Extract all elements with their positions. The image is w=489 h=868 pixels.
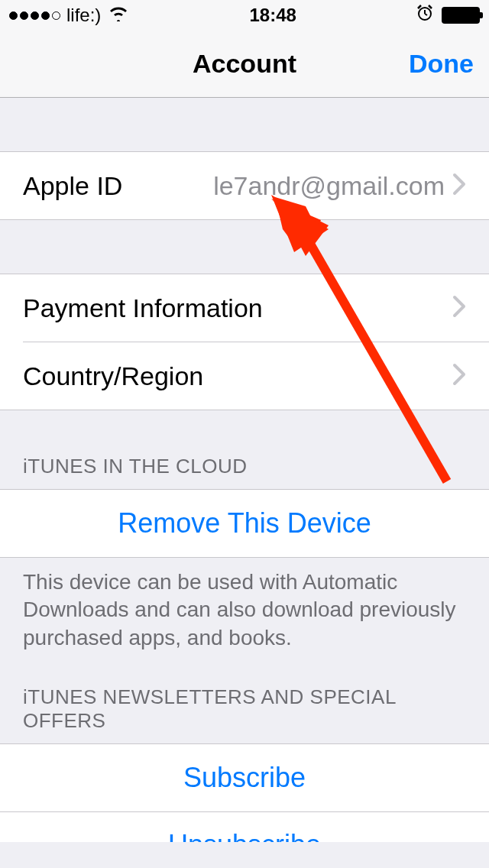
apple-id-row[interactable]: Apple ID le7andr@gmail.com (0, 152, 489, 219)
svg-line-3 (418, 5, 421, 8)
chevron-right-icon (452, 292, 466, 325)
unsubscribe-button[interactable]: Unsubscribe (0, 811, 489, 842)
itunes-cloud-footer: This device can be used with Automatic D… (0, 558, 489, 662)
status-left: life:) (9, 5, 130, 26)
battery-icon (442, 7, 480, 24)
page-title: Account (193, 49, 296, 79)
apple-id-label: Apple ID (23, 171, 122, 201)
svg-line-2 (425, 14, 427, 15)
itunes-cloud-group: Remove This Device (0, 489, 489, 558)
country-label: Country/Region (23, 361, 203, 391)
country-region-row[interactable]: Country/Region (0, 342, 489, 410)
account-settings-group: Payment Information Country/Region (0, 274, 489, 410)
svg-line-4 (429, 5, 432, 8)
alarm-icon (416, 4, 434, 27)
carrier-label: life:) (66, 5, 101, 26)
subscribe-button[interactable]: Subscribe (0, 744, 489, 811)
payment-label: Payment Information (23, 293, 263, 323)
nav-bar: Account Done (0, 31, 489, 98)
apple-id-value: le7andr@gmail.com (213, 171, 445, 201)
itunes-cloud-header: iTUNES IN THE CLOUD (0, 410, 489, 489)
chevron-right-icon (452, 170, 466, 202)
status-bar: life:) 18:48 (0, 0, 489, 31)
signal-strength-icon (9, 11, 60, 20)
apple-id-group: Apple ID le7andr@gmail.com (0, 151, 489, 220)
wifi-icon (107, 5, 130, 26)
newsletters-header: iTUNES NEWSLETTERS AND SPECIAL OFFERS (0, 662, 489, 743)
status-right (416, 4, 480, 27)
newsletters-group: Subscribe Unsubscribe (0, 743, 489, 842)
done-button[interactable]: Done (409, 49, 474, 79)
chevron-right-icon (452, 360, 466, 393)
clock: 18:48 (249, 5, 296, 26)
payment-information-row[interactable]: Payment Information (0, 274, 489, 342)
remove-device-button[interactable]: Remove This Device (0, 490, 489, 557)
